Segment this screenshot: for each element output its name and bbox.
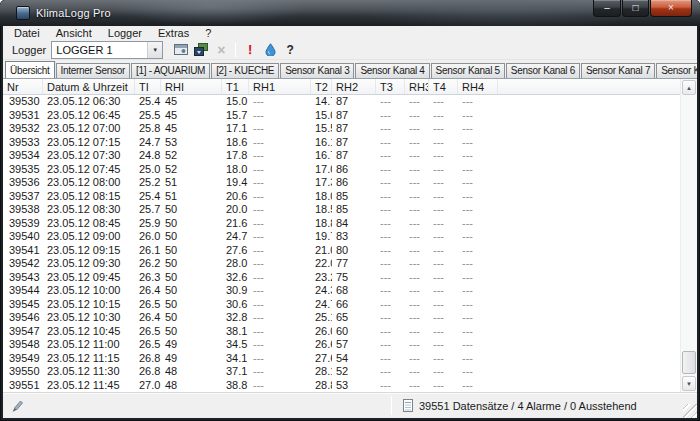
- column-header-datum-uhrzeit[interactable]: Datum & Uhrzeit: [43, 79, 135, 94]
- column-header-t1[interactable]: T1: [222, 79, 249, 94]
- cell-rh3: ---: [405, 244, 429, 258]
- column-header-t3[interactable]: T3: [376, 79, 405, 94]
- table-row[interactable]: 3955023.05.12 11:3026.84837.1---28.152--…: [3, 365, 680, 379]
- cell-rh4: ---: [458, 230, 498, 244]
- column-header-t4[interactable]: T4: [429, 79, 458, 94]
- tab-sensor-kanal-7[interactable]: Sensor Kanal 7: [581, 63, 655, 78]
- cell-rh1: ---: [249, 365, 311, 379]
- cell-rhi: 48: [161, 365, 222, 379]
- table-row[interactable]: 3953623.05.12 08:0025.25119.4---17.386--…: [3, 176, 680, 190]
- column-header-t2[interactable]: T2: [311, 79, 332, 94]
- help-button[interactable]: ?: [280, 41, 300, 59]
- cell-rh2: 87: [332, 95, 376, 109]
- tab-sensor-kanal-8[interactable]: Sensor Kanal 8: [656, 63, 697, 78]
- cell-rh2: 77: [332, 257, 376, 271]
- cell-ti: 26.5: [135, 325, 161, 339]
- cell-t3: ---: [376, 311, 405, 325]
- column-header-rh1[interactable]: RH1: [249, 79, 311, 94]
- menu-item-extras[interactable]: Extras: [150, 26, 197, 40]
- temperature-alarm-button[interactable]: !: [240, 41, 260, 59]
- tab-sensor-kanal-3[interactable]: Sensor Kanal 3: [280, 63, 354, 78]
- table-row[interactable]: 3954523.05.12 10:1526.55030.6---24.766--…: [3, 298, 680, 312]
- scrollbar-thumb[interactable]: [682, 351, 696, 374]
- cell-rh3: ---: [405, 217, 429, 231]
- menu-item-logger[interactable]: Logger: [100, 26, 150, 40]
- minimize-button[interactable]: –: [593, 0, 621, 17]
- tab-interner-sensor[interactable]: Interner Sensor: [56, 63, 130, 78]
- app-icon[interactable]: [16, 6, 30, 20]
- table-row[interactable]: 3953323.05.12 07:1524.75318.6---16.187--…: [3, 136, 680, 150]
- maximize-button[interactable]: □: [622, 0, 649, 17]
- logger-select[interactable]: LOGGER 1 ▼: [51, 41, 163, 59]
- cell-t3: ---: [376, 176, 405, 190]
- table-row[interactable]: 3954223.05.12 09:3026.25028.0---22.077--…: [3, 257, 680, 271]
- cell-t4: ---: [429, 284, 458, 298]
- table-row[interactable]: 3954323.05.12 09:4526.35032.6---23.275--…: [3, 271, 680, 285]
- scroll-up-icon[interactable]: ▲: [682, 80, 696, 95]
- menu-bar: DateiAnsichtLoggerExtras?: [3, 26, 697, 40]
- column-header-ti[interactable]: TI: [135, 79, 161, 94]
- cell-datum-uhrzeit: 23.05.12 08:30: [43, 203, 135, 217]
- table-row[interactable]: 3953523.05.12 07:4525.05218.0---17.086--…: [3, 163, 680, 177]
- tab-sensor-kanal-5[interactable]: Sensor Kanal 5: [431, 63, 505, 78]
- close-button[interactable]: ×: [650, 0, 692, 17]
- table-row[interactable]: 3953423.05.12 07:3024.85217.8---16.787--…: [3, 149, 680, 163]
- table-row[interactable]: 3954823.05.12 11:0026.54934.5---26.657--…: [3, 338, 680, 352]
- table-row[interactable]: 3953223.05.12 07:0025.84517.1---15.587--…: [3, 122, 680, 136]
- cell-nr: 39530: [3, 95, 43, 109]
- table-row[interactable]: 3955123.05.12 11:4527.04838.8---28.853--…: [3, 379, 680, 393]
- read-logger-data-button[interactable]: [191, 41, 211, 59]
- tab-übersicht[interactable]: Übersicht: [5, 61, 55, 78]
- resize-grip[interactable]: [683, 404, 697, 418]
- cell-t3: ---: [376, 122, 405, 136]
- cancel-button[interactable]: ×: [211, 41, 231, 59]
- tab-2-kueche[interactable]: [2] - KUECHE: [211, 63, 279, 78]
- table-row[interactable]: 3954423.05.12 10:0026.45030.9---24.368--…: [3, 284, 680, 298]
- cell-t1: 18.0: [222, 163, 249, 177]
- chevron-down-icon[interactable]: ▼: [147, 42, 162, 58]
- cell-ti: 25.5: [135, 109, 161, 123]
- cell-rh2: 80: [332, 244, 376, 258]
- humidity-alarm-button[interactable]: [260, 41, 280, 59]
- tab-1-aquarium[interactable]: [1] - AQUARIUM: [131, 63, 210, 78]
- scroll-down-icon[interactable]: ▼: [682, 376, 696, 391]
- cell-rhi: 45: [161, 109, 222, 123]
- title-bar[interactable]: KlimaLogg Pro – □ ×: [0, 0, 700, 26]
- menu-item-datei[interactable]: Datei: [6, 26, 48, 40]
- cell-nr: 39538: [3, 203, 43, 217]
- column-header-nr[interactable]: Nr: [3, 79, 43, 94]
- tab-sensor-kanal-4[interactable]: Sensor Kanal 4: [355, 63, 429, 78]
- column-header-rh4[interactable]: RH4: [458, 79, 498, 94]
- cell-filler: [498, 244, 680, 258]
- column-header-rhi[interactable]: RHI: [161, 79, 222, 94]
- table-row[interactable]: 3953923.05.12 08:4525.95021.6---18.884--…: [3, 217, 680, 231]
- cell-rh3: ---: [405, 311, 429, 325]
- table-row[interactable]: 3954123.05.12 09:1526.15027.6---21.080--…: [3, 244, 680, 258]
- cell-t2: 17.3: [311, 176, 332, 190]
- cell-ti: 26.8: [135, 352, 161, 366]
- column-header-rh2[interactable]: RH2: [332, 79, 376, 94]
- cell-rh1: ---: [249, 190, 311, 204]
- cell-t4: ---: [429, 244, 458, 258]
- cell-t4: ---: [429, 325, 458, 339]
- table-row[interactable]: 3954023.05.12 09:0026.05024.7---19.783--…: [3, 230, 680, 244]
- cell-t4: ---: [429, 122, 458, 136]
- table-row[interactable]: 3954723.05.12 10:4526.55038.1---26.060--…: [3, 325, 680, 339]
- table-row[interactable]: 3953723.05.12 08:1525.45120.6---18.085--…: [3, 190, 680, 204]
- menu-item-ansicht[interactable]: Ansicht: [48, 26, 100, 40]
- table-row[interactable]: 3954923.05.12 11:1526.84934.1---27.654--…: [3, 352, 680, 366]
- cell-t3: ---: [376, 149, 405, 163]
- cell-rh4: ---: [458, 379, 498, 393]
- cell-ti: 26.3: [135, 271, 161, 285]
- logger-properties-button[interactable]: [171, 41, 191, 59]
- vertical-scrollbar[interactable]: ▲ ▼: [680, 79, 697, 392]
- table-row[interactable]: 3953023.05.12 06:3025.44515.0---14.787--…: [3, 95, 680, 109]
- tab-sensor-kanal-6[interactable]: Sensor Kanal 6: [506, 63, 580, 78]
- table-row[interactable]: 3953123.05.12 06:4525.54515.7---15.087--…: [3, 109, 680, 123]
- table-row[interactable]: 3953823.05.12 08:3025.75020.0---18.585--…: [3, 203, 680, 217]
- column-header-rh3[interactable]: RH3: [405, 79, 429, 94]
- cell-datum-uhrzeit: 23.05.12 07:30: [43, 149, 135, 163]
- menu-item-help[interactable]: ?: [197, 26, 219, 40]
- cell-filler: [498, 365, 680, 379]
- table-row[interactable]: 3954623.05.12 10:3026.45032.8---25.165--…: [3, 311, 680, 325]
